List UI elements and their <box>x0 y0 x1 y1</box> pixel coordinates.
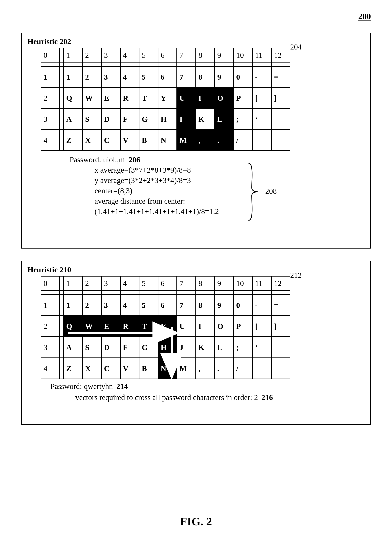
col-header: 9 <box>215 48 233 62</box>
keyboard-key: E <box>101 88 120 109</box>
keyboard-key: X <box>82 358 101 379</box>
keyboard-key: 1 <box>64 295 82 316</box>
col-header: 12 <box>271 48 290 62</box>
heuristic-202-panel: Heuristic 202 204 0123456789101112112345… <box>21 33 371 248</box>
keyboard-key: G <box>139 109 158 130</box>
gap-col <box>60 316 64 337</box>
keyboard-key: 6 <box>158 66 177 88</box>
keyboard-grid-202: 012345678910111211234567890-=2QWERTYUIOP… <box>41 48 290 151</box>
keyboard-key: I <box>196 316 215 337</box>
gap-row <box>215 62 233 66</box>
keyboard-key: 3 <box>101 295 120 316</box>
gap-row <box>177 62 196 66</box>
keyboard-key: D <box>101 337 120 358</box>
keyboard-key: 4 <box>120 295 139 316</box>
row-header: 2 <box>41 316 60 337</box>
row-header: 4 <box>41 130 60 151</box>
col-header: 8 <box>196 48 215 62</box>
gap-row <box>234 62 252 66</box>
gap-row <box>215 290 233 295</box>
gap-row <box>101 62 120 66</box>
keyboard-key: A <box>64 337 82 358</box>
gap-row <box>120 290 139 295</box>
keyboard-key: X <box>82 130 101 151</box>
keyboard-key: 8 <box>196 66 215 88</box>
keyboard-key: U <box>177 88 196 109</box>
keyboard-key: B <box>139 358 158 379</box>
calc-line: average distance from center: <box>94 196 365 206</box>
keyboard-key <box>271 337 290 358</box>
row-header: 3 <box>41 109 60 130</box>
col-header: 6 <box>158 48 177 62</box>
keyboard-key: M <box>177 130 196 151</box>
keyboard-key: 6 <box>158 295 177 316</box>
col-header: 10 <box>234 276 252 290</box>
keyboard-key: - <box>252 295 271 316</box>
keyboard-key: ; <box>234 109 252 130</box>
gap-row <box>101 290 120 295</box>
keyboard-key <box>252 358 271 379</box>
gap-col <box>60 48 64 62</box>
keyboard-key: T <box>139 88 158 109</box>
keyboard-key: R <box>120 88 139 109</box>
keyboard-key: 3 <box>101 66 120 88</box>
keyboard-key: O <box>215 316 233 337</box>
keyboard-key: , <box>196 358 215 379</box>
gap-row <box>82 62 101 66</box>
keyboard-key: Z <box>64 130 82 151</box>
ref-204: 204 <box>290 42 302 51</box>
gap-row <box>64 62 82 66</box>
keyboard-key: S <box>82 337 101 358</box>
gap-row <box>252 62 271 66</box>
gap-col <box>60 130 64 151</box>
keyboard-key: V <box>120 358 139 379</box>
keyboard-key: F <box>120 109 139 130</box>
col-header: 1 <box>64 276 82 290</box>
keyboard-key: U <box>177 316 196 337</box>
keyboard-key <box>271 130 290 151</box>
keyboard-key: R <box>120 316 139 337</box>
row-header: 3 <box>41 337 60 358</box>
gap-col <box>60 66 64 88</box>
heuristic-202-password-block: Password: uiol.,m 206 x average=(3*7+2*8… <box>70 154 365 217</box>
gap-col <box>60 109 64 130</box>
ref-208: 208 <box>265 186 277 196</box>
keyboard-grid-210: 012345678910111211234567890-=2QWERTYUIOP… <box>41 276 290 379</box>
keyboard-key: 4 <box>120 66 139 88</box>
keyboard-key: L <box>215 337 233 358</box>
col-header: 11 <box>252 48 271 62</box>
keyboard-key: H <box>158 337 177 358</box>
gap-row <box>177 290 196 295</box>
gap-row <box>139 62 158 66</box>
keyboard-key: Y <box>158 316 177 337</box>
col-header: 0 <box>41 48 60 62</box>
col-header: 12 <box>271 276 290 290</box>
gap-row <box>234 290 252 295</box>
row-header: 1 <box>41 295 60 316</box>
heuristic-202-title: Heuristic 202 <box>27 37 365 46</box>
col-header: 2 <box>82 48 101 62</box>
keyboard-key <box>271 109 290 130</box>
keyboard-key: M <box>177 358 196 379</box>
keyboard-key: A <box>64 109 82 130</box>
gap-row <box>271 290 290 295</box>
keyboard-key: W <box>82 88 101 109</box>
keyboard-key: 0 <box>234 295 252 316</box>
keyboard-key: ‘ <box>252 337 271 358</box>
gap-cell <box>60 290 64 295</box>
keyboard-key: 7 <box>177 66 196 88</box>
gap-row <box>82 290 101 295</box>
gap-col <box>60 337 64 358</box>
heuristic-210-below: Password: qwertyhn 214 vectors required … <box>51 381 365 403</box>
keyboard-key: - <box>252 66 271 88</box>
keyboard-key: Q <box>64 88 82 109</box>
keyboard-key: [ <box>252 316 271 337</box>
keyboard-key: C <box>101 130 120 151</box>
gap-row <box>196 290 215 295</box>
col-header: 4 <box>120 276 139 290</box>
gap-row <box>120 62 139 66</box>
keyboard-key: = <box>271 66 290 88</box>
ref-214: 214 <box>116 382 128 391</box>
keyboard-key: K <box>196 109 215 130</box>
heuristic-210-panel: Heuristic 210 212 0123456789101112112345… <box>21 261 371 425</box>
